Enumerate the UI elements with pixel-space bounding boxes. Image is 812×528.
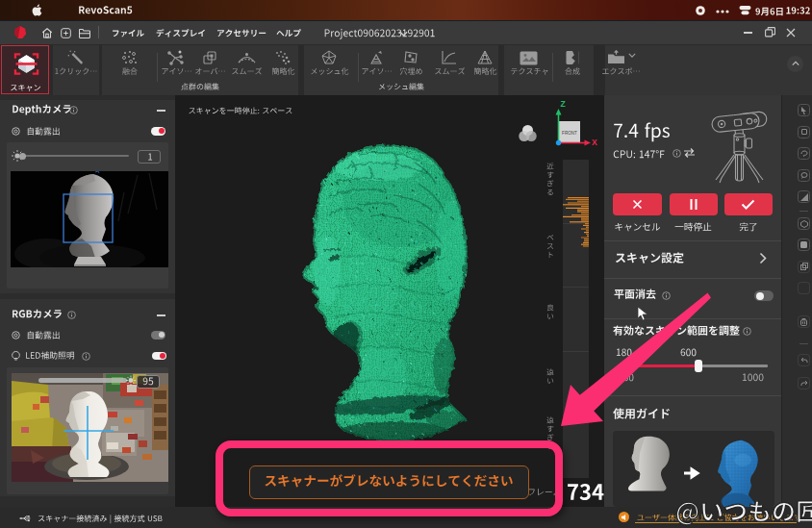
- svg-text:Z: Z: [561, 99, 566, 109]
- svg-text:X: X: [592, 138, 597, 147]
- svg-text:FRONT: FRONT: [562, 131, 577, 136]
